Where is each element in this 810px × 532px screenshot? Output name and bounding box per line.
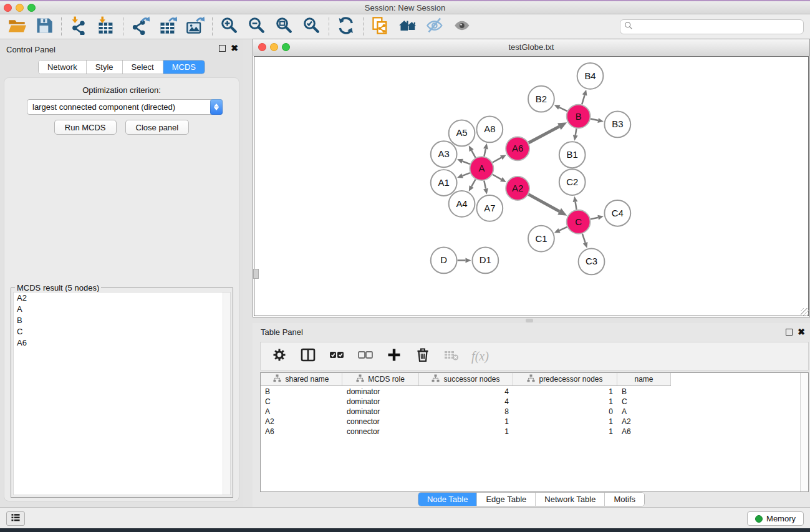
graph-node-A3[interactable]: A3 — [431, 141, 457, 167]
graph-node-C2[interactable]: C2 — [559, 169, 586, 195]
graph-node-D[interactable]: D — [431, 248, 457, 274]
graph-edge-A-A7[interactable] — [484, 181, 486, 189]
save-session-button[interactable] — [32, 16, 56, 37]
table-row[interactable]: Bdominator41B — [261, 387, 800, 397]
export-table-button[interactable] — [156, 16, 180, 37]
zoom-window-button[interactable] — [27, 4, 36, 12]
graph-edge-B-B4[interactable] — [582, 95, 584, 104]
column-header-successor-nodes[interactable]: successor nodes — [419, 373, 513, 385]
graph-node-A[interactable]: A — [470, 157, 493, 180]
tab-motifs[interactable]: Motifs — [605, 493, 644, 506]
network-canvas[interactable]: B4B2BB3A8A5A6A3B1AA1C2A2A4A7C4CC1C3DD1 — [254, 56, 809, 316]
delete-selected-button[interactable] — [413, 346, 433, 367]
show-all-button[interactable] — [451, 16, 475, 37]
panel-split-handle[interactable] — [526, 319, 533, 322]
tab-style[interactable]: Style — [87, 60, 123, 74]
zoom-in-button[interactable] — [218, 16, 241, 37]
graph-edge-A6-B[interactable] — [529, 127, 559, 143]
mcds-result-item[interactable]: A — [14, 304, 230, 315]
graph-node-C4[interactable]: C4 — [604, 200, 630, 226]
graph-edge-A-A6[interactable] — [493, 158, 501, 163]
graph-node-D1[interactable]: D1 — [472, 248, 498, 274]
float-table-panel-icon[interactable] — [786, 329, 793, 336]
tab-network[interactable]: Network — [39, 60, 87, 74]
table-row[interactable]: A2connector11A2 — [261, 417, 800, 427]
column-header-shared-name[interactable]: shared name — [261, 373, 342, 385]
zoom-fit-button[interactable] — [272, 16, 296, 37]
zoom-selected-button[interactable] — [300, 16, 324, 37]
graph-edge-B-B1[interactable] — [576, 128, 577, 135]
close-panel-button[interactable]: Close panel — [125, 120, 190, 135]
graph-node-B1[interactable]: B1 — [559, 142, 586, 168]
network-close-button[interactable] — [258, 43, 266, 51]
run-mcds-button[interactable]: Run MCDS — [54, 120, 117, 135]
result-list-scrollbar[interactable] — [223, 293, 230, 495]
graph-edge-A-A1[interactable] — [462, 173, 470, 176]
graph-node-A5[interactable]: A5 — [449, 120, 475, 147]
task-history-button[interactable] — [6, 511, 25, 526]
graph-node-B2[interactable]: B2 — [528, 86, 554, 112]
graph-edge-C-C2[interactable] — [576, 201, 577, 210]
graph-node-C1[interactable]: C1 — [528, 226, 554, 252]
graph-node-A2[interactable]: A2 — [506, 177, 529, 200]
close-table-panel-icon[interactable]: ✖ — [798, 329, 805, 336]
mcds-result-item[interactable]: B — [14, 315, 230, 326]
mcds-result-item[interactable]: A2 — [14, 293, 230, 304]
refresh-button[interactable] — [334, 16, 358, 37]
add-column-button[interactable] — [384, 346, 404, 367]
graph-node-A1[interactable]: A1 — [431, 170, 457, 196]
graph-edge-C-C1[interactable] — [559, 227, 567, 231]
memory-button[interactable]: Memory — [747, 511, 804, 526]
graph-node-A7[interactable]: A7 — [476, 195, 503, 221]
graph-edge-A-A5[interactable] — [471, 150, 476, 158]
window-resize-grip[interactable] — [801, 308, 809, 316]
open-file-button[interactable] — [5, 16, 29, 37]
settings-button[interactable] — [269, 346, 289, 367]
column-header-predecessor-nodes[interactable]: predecessor nodes — [513, 373, 617, 385]
graph-node-C[interactable]: C — [567, 210, 591, 234]
network-zoom-button[interactable] — [282, 43, 290, 51]
graph-edge-A-A2[interactable] — [493, 175, 501, 180]
search-field[interactable] — [620, 19, 804, 34]
graph-node-A8[interactable]: A8 — [476, 117, 503, 143]
graph-node-A4[interactable]: A4 — [449, 191, 475, 217]
column-header-MCDS-role[interactable]: MCDS role — [342, 373, 419, 385]
close-window-button[interactable] — [4, 4, 12, 12]
network-minimize-button[interactable] — [270, 43, 278, 51]
graph-node-C3[interactable]: C3 — [579, 249, 605, 275]
split-panel-button[interactable] — [298, 346, 318, 367]
mcds-result-item[interactable]: C — [14, 326, 230, 337]
mcds-result-item[interactable]: A6 — [14, 337, 230, 349]
table-scrollbar[interactable] — [800, 373, 808, 491]
graph-edge-A2-C[interactable] — [529, 195, 560, 211]
deselect-all-button[interactable] — [355, 346, 375, 367]
optimization-criterion-select[interactable]: largest connected component (directed) — [27, 99, 223, 115]
graph-edge-A-A8[interactable] — [484, 149, 485, 157]
search-input[interactable] — [635, 22, 799, 32]
graph-edge-B-B2[interactable] — [559, 107, 567, 111]
graph-edge-C-C3[interactable] — [582, 234, 586, 243]
close-panel-icon[interactable]: ✖ — [231, 45, 238, 52]
graph-node-B4[interactable]: B4 — [577, 63, 604, 89]
graph-edge-B-B3[interactable] — [591, 119, 598, 120]
graph-node-B[interactable]: B — [567, 105, 591, 128]
float-panel-icon[interactable] — [219, 45, 226, 52]
new-network-from-selection-button[interactable] — [369, 16, 392, 37]
table-row[interactable]: A6connector11A6 — [261, 427, 800, 437]
tab-node-table[interactable]: Node Table — [418, 493, 478, 506]
import-network-button[interactable] — [67, 16, 90, 37]
import-table-button[interactable] — [94, 16, 118, 37]
tab-mcds[interactable]: MCDS — [163, 60, 205, 74]
tab-network-table[interactable]: Network Table — [536, 493, 605, 506]
zoom-out-button[interactable] — [245, 16, 269, 37]
column-header-name[interactable]: name — [617, 373, 671, 385]
select-all-button[interactable] — [327, 346, 347, 367]
graph-node-A6[interactable]: A6 — [506, 137, 529, 160]
home-button[interactable] — [396, 16, 420, 37]
graph-edge-C-C4[interactable] — [591, 218, 598, 220]
export-image-button[interactable] — [183, 16, 207, 37]
tab-select[interactable]: Select — [123, 60, 163, 74]
minimize-window-button[interactable] — [16, 4, 24, 12]
table-row[interactable]: Cdominator41C — [261, 397, 800, 407]
table-row[interactable]: Adominator80A — [261, 407, 800, 417]
